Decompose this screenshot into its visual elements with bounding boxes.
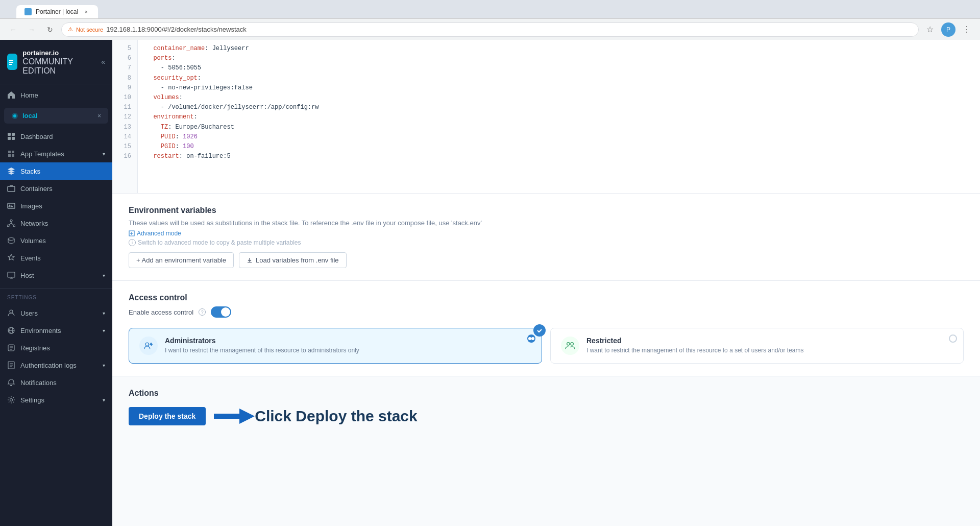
environments-chevron: ▾ — [103, 328, 105, 333]
sidebar-item-events[interactable]: Events — [0, 249, 112, 267]
tab-label: Portainer | local — [36, 8, 78, 15]
sidebar-collapse-button[interactable]: « — [101, 58, 105, 66]
sidebar-item-notifications[interactable]: Notifications — [0, 374, 112, 391]
sidebar-item-containers-label: Containers — [20, 185, 53, 193]
svg-rect-4 — [12, 133, 15, 136]
code-line-5: container_name: Jellyseerr — [146, 44, 972, 54]
browser-tab[interactable]: Portainer | local × — [16, 5, 98, 18]
env-variables-buttons: + Add an environment variable Load varia… — [129, 252, 964, 268]
profile-button[interactable]: P — [941, 22, 955, 37]
sidebar-item-home-label: Home — [20, 91, 38, 99]
forward-button[interactable]: → — [24, 22, 39, 37]
svg-rect-3 — [8, 133, 11, 136]
bookmark-button[interactable]: ☆ — [923, 22, 937, 37]
sidebar-item-auth-logs[interactable]: Authentication logs ▾ — [0, 356, 112, 374]
sidebar-divider — [0, 288, 112, 289]
svg-marker-24 — [214, 409, 255, 424]
svg-point-11 — [7, 225, 9, 227]
sidebar-item-containers[interactable]: Containers — [0, 180, 112, 197]
sidebar-item-networks[interactable]: Networks — [0, 214, 112, 232]
portainer-logo-icon — [7, 54, 17, 70]
svg-point-20 — [10, 399, 13, 401]
code-line-14: PUID: 1026 — [146, 132, 972, 142]
sidebar-logo-left: portainer.io COMMUNITY EDITION — [7, 48, 101, 76]
sidebar-item-registries-label: Registries — [20, 344, 50, 352]
actions-title: Actions — [129, 389, 964, 398]
sidebar-settings-section: Users ▾ Environments ▾ Registries Authen… — [0, 302, 112, 411]
sidebar-env-badge[interactable]: local × — [4, 108, 108, 124]
tab-close-button[interactable]: × — [83, 8, 90, 15]
administrators-card-title: Administrators — [165, 337, 359, 345]
svg-point-22 — [567, 343, 570, 345]
deploy-stack-button[interactable]: Deploy the stack — [129, 407, 206, 425]
url-text: 192.168.1.18:9000/#!/2/docker/stacks/new… — [106, 26, 247, 33]
sidebar-logo: portainer.io COMMUNITY EDITION « — [0, 40, 112, 84]
restricted-radio[interactable] — [949, 334, 957, 343]
sidebar-item-volumes-label: Volumes — [20, 237, 46, 245]
line-num-11: 11 — [118, 103, 131, 112]
hint-info-icon: i — [129, 239, 136, 246]
add-env-variable-button[interactable]: + Add an environment variable — [129, 252, 234, 268]
sidebar-item-images[interactable]: Images — [0, 197, 112, 214]
line-num-14: 14 — [118, 132, 131, 142]
sidebar-item-settings[interactable]: Settings ▾ — [0, 391, 112, 409]
access-card-restricted[interactable]: Restricted I want to restrict the manage… — [550, 328, 964, 364]
deploy-arrow-hint: Click Deploy the stack — [214, 406, 417, 426]
load-env-file-button[interactable]: Load variables from .env file — [239, 252, 347, 268]
sidebar-item-app-templates[interactable]: App Templates ▾ — [0, 145, 112, 162]
host-chevron: ▾ — [103, 273, 105, 278]
access-control-toggle[interactable] — [211, 306, 231, 318]
line-num-10: 10 — [118, 93, 131, 103]
svg-point-23 — [571, 343, 573, 345]
restricted-card-content: Restricted I want to restrict the manage… — [586, 337, 804, 354]
administrators-radio[interactable] — [527, 334, 535, 343]
sidebar-item-stacks[interactable]: Stacks — [0, 162, 112, 180]
sidebar: portainer.io COMMUNITY EDITION « Home lo… — [0, 40, 112, 526]
browser-toolbar: ← → ↻ ⚠ Not secure 192.168.1.18:9000/#!/… — [0, 18, 980, 40]
code-area: 5 6 7 8 9 10 11 12 13 14 15 16 container… — [112, 40, 980, 193]
sidebar-item-images-label: Images — [20, 202, 42, 210]
access-control-info-icon: ? — [199, 308, 206, 316]
browser-menu-button[interactable]: ⋮ — [960, 22, 974, 37]
sidebar-item-host[interactable]: Host ▾ — [0, 267, 112, 284]
sidebar-item-registries[interactable]: Registries — [0, 339, 112, 356]
code-content[interactable]: container_name: Jellyseerr ports: - 5056… — [138, 40, 980, 193]
back-button[interactable]: ← — [6, 22, 20, 37]
sidebar-item-dashboard[interactable]: Dashboard — [0, 128, 112, 145]
restricted-card-title: Restricted — [586, 337, 804, 345]
actions-row: Deploy the stack Click Deploy the stack — [129, 406, 964, 426]
svg-point-21 — [145, 343, 149, 346]
security-warning-text: Not secure — [76, 27, 103, 33]
code-line-7: - 5056:5055 — [146, 63, 972, 73]
line-num-16: 16 — [118, 152, 131, 161]
sidebar-item-home[interactable]: Home — [0, 86, 112, 104]
line-num-9: 9 — [118, 83, 131, 93]
env-variables-description: These values will be used as substitutio… — [129, 219, 964, 227]
line-num-12: 12 — [118, 112, 131, 122]
load-env-file-label: Load variables from .env file — [256, 256, 339, 264]
code-line-15: PGID: 100 — [146, 142, 972, 152]
selected-checkmark — [533, 324, 546, 337]
line-num-5: 5 — [118, 44, 131, 54]
advanced-mode-label: Advanced mode — [137, 230, 181, 237]
sidebar-item-users-label: Users — [20, 309, 38, 317]
svg-point-13 — [8, 238, 14, 241]
code-line-8: security_opt: — [146, 74, 972, 83]
address-bar[interactable]: ⚠ Not secure 192.168.1.18:9000/#!/2/dock… — [61, 22, 919, 37]
sidebar-item-volumes[interactable]: Volumes — [0, 232, 112, 249]
restricted-card-desc: I want to restrict the management of thi… — [586, 347, 804, 354]
env-badge-close[interactable]: × — [97, 112, 101, 119]
deploy-hint-text: Click Deploy the stack — [255, 408, 417, 425]
refresh-button[interactable]: ↻ — [43, 22, 57, 37]
code-line-10: volumes: — [146, 93, 972, 103]
sidebar-item-users[interactable]: Users ▾ — [0, 304, 112, 322]
svg-point-15 — [10, 310, 13, 313]
access-toggle-row: Enable access control ? — [129, 306, 964, 318]
sidebar-home-section: Home — [0, 84, 112, 106]
code-line-13: TZ: Europe/Bucharest — [146, 123, 972, 132]
svg-point-9 — [9, 205, 11, 206]
advanced-mode-link[interactable]: Advanced mode — [129, 230, 964, 237]
sidebar-item-auth-logs-label: Authentication logs — [20, 362, 77, 369]
sidebar-item-environments[interactable]: Environments ▾ — [0, 322, 112, 339]
access-card-administrators[interactable]: Administrators I want to restrict the ma… — [129, 328, 542, 364]
